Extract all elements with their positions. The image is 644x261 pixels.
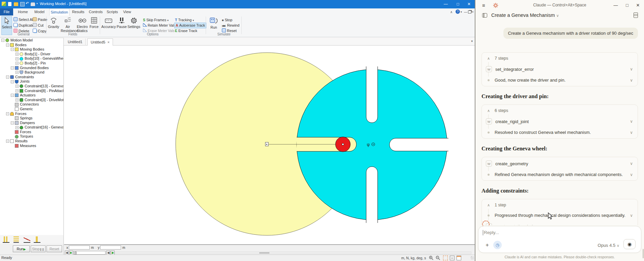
duplicate-button[interactable]: Duplicate (13, 23, 34, 28)
mdi-restore-icon[interactable] (468, 10, 471, 13)
fit-selection-icon[interactable] (443, 256, 448, 260)
scrollbar-thumb[interactable] (259, 252, 269, 254)
tree-expander-icon[interactable]: − (6, 112, 9, 115)
mdi-close-icon[interactable]: × (472, 9, 474, 14)
thought-summary-row[interactable]: Good, now create the driver and pin.∨ (482, 75, 638, 85)
menu-view[interactable]: View (121, 8, 134, 16)
tool-call-row[interactable]: Wset_integrator_error∨ (482, 63, 638, 75)
reply-input[interactable] (483, 230, 586, 235)
tree-expander-icon[interactable]: − (6, 140, 9, 143)
tree-item[interactable]: Connectors (0, 102, 63, 107)
stop-button[interactable]: Stop❚❚ (31, 245, 46, 252)
wm-minimize-button[interactable]: — (440, 0, 451, 8)
tree-expander-icon[interactable]: − (11, 66, 14, 69)
tree-expander-icon[interactable]: + (16, 126, 19, 129)
history-clock-icon[interactable]: ◷ (493, 241, 502, 249)
dictate-button[interactable]: ◉ (623, 239, 636, 249)
chevron-down-icon[interactable]: ∨ (630, 213, 633, 218)
thought-summary-row[interactable]: Refined Geneva mechanism design with mec… (482, 169, 638, 180)
run-button[interactable]: Run▶ (13, 245, 30, 252)
tab-close-icon[interactable]: × (107, 40, 109, 44)
graph-meter-icon[interactable] (24, 236, 30, 243)
menu-home[interactable]: Home (16, 8, 30, 16)
paste-button[interactable]: Paste (33, 17, 47, 22)
tree-item[interactable]: −Bodies (0, 43, 63, 48)
tree-expander-icon[interactable]: + (16, 89, 19, 92)
menu-controls[interactable]: Controls (88, 8, 104, 16)
tool-call-row[interactable]: Wcreate_geometry∨ (482, 158, 638, 169)
chevron-down-icon[interactable]: ∨ (630, 224, 633, 225)
select-all-button[interactable]: Select All (13, 17, 34, 22)
rewind-button-ribbon[interactable]: |◀◀Rewind (222, 23, 239, 28)
tree-expander-icon[interactable]: + (16, 71, 19, 74)
menu-file[interactable]: File (0, 8, 13, 16)
chevron-up-icon[interactable]: ∧ (486, 203, 491, 207)
tree-item[interactable]: +Body[2] - Pin (0, 61, 63, 66)
pause-button[interactable]: Pause (117, 16, 127, 29)
tree-item[interactable]: Springs (0, 116, 63, 121)
tree-item[interactable]: +Constraint[16] - GenevaDamper (0, 125, 63, 130)
tree-item[interactable]: −Joints (0, 79, 63, 84)
tree-expander-icon[interactable]: − (11, 94, 14, 97)
digital-meter-icon[interactable] (13, 236, 19, 243)
help-dropdown-icon[interactable]: ▾ (461, 9, 462, 14)
accuracy-button[interactable]: Accuracy (101, 16, 116, 29)
tree-item[interactable]: Forces (0, 130, 63, 135)
chevron-down-icon[interactable]: ∨ (630, 119, 633, 124)
tree-expander-icon[interactable]: + (16, 85, 19, 88)
tree-expander-icon[interactable]: + (16, 62, 19, 65)
tree-item[interactable]: −Dampers (0, 121, 63, 125)
help-icon[interactable]: ? (456, 9, 460, 14)
chevron-down-icon[interactable]: ∨ (630, 130, 633, 135)
open-folder-icon[interactable] (14, 3, 18, 6)
mdi-minimize-icon[interactable]: — (464, 9, 467, 14)
fit-width-icon[interactable]: ↔ (450, 256, 455, 260)
tree-expander-icon[interactable]: − (6, 76, 9, 79)
fit-window-icon[interactable] (457, 256, 461, 260)
gravity-button[interactable]: Gravity (47, 16, 60, 29)
timeline-thumb[interactable] (75, 252, 77, 255)
collapse-ribbon-icon[interactable]: ∧ (450, 9, 452, 14)
tree-item[interactable]: +Constraint[8] - PinAttach (0, 89, 63, 93)
artifacts-icon[interactable] (634, 12, 638, 18)
chevron-down-icon[interactable]: ∨ (630, 172, 633, 177)
menu-simulation[interactable]: Simulation (49, 8, 69, 16)
y-coordinate-field[interactable] (100, 245, 121, 250)
tree-item[interactable]: Generic (0, 107, 63, 112)
tool-call-row[interactable]: Wcreate_rotational_damper∨ (482, 221, 638, 225)
tool-call-row[interactable]: Wcreate_rigid_joint∨ (482, 116, 638, 127)
tree-item[interactable]: −Results (0, 139, 63, 144)
tree-item[interactable]: −Constraints (0, 75, 63, 80)
timeline-slider[interactable] (74, 251, 106, 255)
tree-item[interactable]: −Actuators (0, 93, 63, 98)
tree-expander-icon[interactable]: + (16, 53, 19, 56)
zoom-in-icon[interactable] (429, 256, 434, 260)
run-button-ribbon[interactable]: Run (208, 16, 220, 29)
tree-item[interactable]: +Body[1] - Driver (0, 52, 63, 57)
tree-item[interactable]: +Body[10] - GenevaWheel (0, 56, 63, 61)
settings-button[interactable]: Settings (127, 16, 140, 29)
claude-maximize-button[interactable]: □ (622, 0, 633, 11)
electrostatics-button[interactable]: Electro Statics (76, 16, 89, 33)
tree-expander-icon[interactable]: − (11, 48, 14, 51)
undo-icon[interactable]: ↶ (26, 1, 29, 6)
air-resistance-button[interactable]: Air Resistance (61, 16, 75, 33)
steps-summary-row[interactable]: ∧1 step (482, 200, 638, 210)
chevron-down-icon[interactable]: ∨ (630, 67, 633, 71)
chat-title-dropdown[interactable]: Create a Geneva Mechanism ∨ (491, 12, 559, 18)
tree-item[interactable]: +Constraint[13] - GenevaAxis (0, 84, 63, 89)
tab-untitled5[interactable]: Untitled5× (87, 38, 113, 46)
tree-item[interactable]: −Forces (0, 112, 63, 116)
steps-summary-row[interactable]: ∧7 steps (482, 53, 638, 63)
reply-composer[interactable]: + ◷ Opus 4.5 ∨ ◉ (478, 226, 641, 253)
chat-scroll-area[interactable]: Create a Geneva mechanism with a driver … (475, 22, 644, 225)
reset-button[interactable]: Reset (47, 245, 62, 252)
wm-maximize-button[interactable]: □ (452, 0, 464, 8)
sidebar-toggle-icon[interactable] (482, 13, 487, 18)
tree-item[interactable]: −Moving Bodies (0, 47, 63, 52)
tree-expander-icon[interactable]: − (6, 44, 9, 47)
chevron-down-icon[interactable]: ∨ (630, 161, 633, 166)
tree-item[interactable]: Measures (0, 144, 63, 148)
wm-close-button[interactable]: ✕ (463, 0, 475, 8)
attach-plus-icon[interactable]: + (483, 241, 491, 249)
